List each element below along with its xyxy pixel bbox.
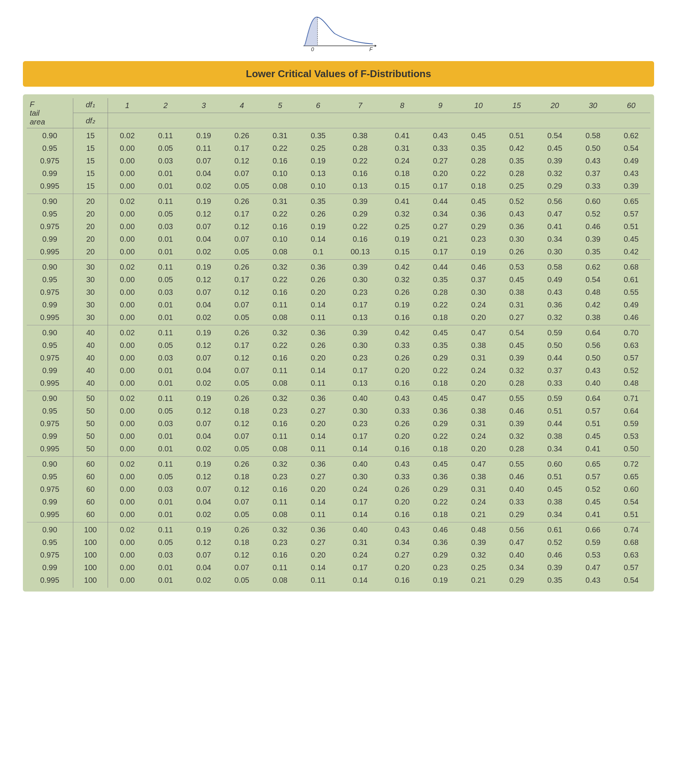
data-cell: 0.39: [574, 233, 612, 246]
data-cell: 0.59: [574, 536, 612, 549]
data-cell: 0.22: [421, 496, 459, 508]
f-value-cell: 0.995: [27, 574, 73, 588]
data-cell: 0.02: [185, 311, 223, 325]
data-cell: 0.16: [383, 311, 421, 325]
col-7: 7: [337, 98, 383, 113]
data-cell: 0.57: [574, 405, 612, 417]
data-cell: 0.18: [421, 508, 459, 522]
data-cell: 0.04: [185, 561, 223, 574]
data-cell: 0.11: [261, 430, 299, 443]
table-row: 0.90300.020.110.190.260.320.360.390.420.…: [27, 260, 650, 274]
data-cell: 0.05: [223, 377, 261, 391]
df2-cell: 60: [73, 496, 108, 508]
data-cell: 0.26: [223, 194, 261, 208]
data-cell: 0.38: [536, 496, 574, 508]
df2-header: df₂: [73, 113, 108, 128]
data-cell: 0.29: [536, 180, 574, 194]
df2-cell: 60: [73, 470, 108, 483]
f-value-cell: 0.995: [27, 311, 73, 325]
data-cell: 0.28: [498, 167, 536, 180]
data-cell: 0.54: [574, 273, 612, 286]
data-cell: 0.05: [147, 142, 185, 155]
data-cell: 0.39: [337, 194, 383, 208]
data-cell: 0.54: [498, 325, 536, 339]
data-cell: 0.56: [574, 339, 612, 352]
data-cell: 0.23: [337, 352, 383, 364]
data-cell: 0.29: [421, 549, 459, 561]
data-cell: 0.00: [108, 574, 147, 588]
f-distribution-table: F tail area df₁ 1 2 3 4 5 6 7 8 9 10 15 …: [27, 98, 650, 588]
data-cell: 0.30: [337, 339, 383, 352]
data-cell: 0.14: [299, 233, 337, 246]
data-cell: 0.15: [383, 180, 421, 194]
f-value-cell: 0.95: [27, 470, 73, 483]
table-row: 0.995200.000.010.020.050.080.100.130.150…: [27, 246, 650, 260]
data-cell: 0.01: [147, 180, 185, 194]
data-cell: 0.51: [536, 470, 574, 483]
data-cell: 0.38: [574, 311, 612, 325]
data-cell: 0.50: [574, 142, 612, 155]
data-cell: 0.55: [612, 286, 650, 299]
data-cell: 0.28: [337, 142, 383, 155]
data-cell: 0.34: [421, 208, 459, 220]
data-cell: 0.36: [299, 457, 337, 471]
data-cell: 0.49: [536, 273, 574, 286]
data-cell: 0.44: [421, 194, 459, 208]
data-cell: 0.14: [337, 443, 383, 457]
data-cell: 0.16: [261, 417, 299, 430]
data-cell: 0.43: [383, 522, 421, 537]
data-cell: 0.20: [459, 311, 498, 325]
col-9: 9: [421, 98, 459, 113]
data-cell: 0.16: [383, 574, 421, 588]
data-cell: 0.70: [612, 325, 650, 339]
data-cell: 0.39: [498, 352, 536, 364]
data-cell: 0.12: [223, 220, 261, 233]
data-cell: 00.13: [337, 246, 383, 260]
table-row: 0.9951000.000.010.020.050.080.110.140.16…: [27, 574, 650, 588]
data-cell: 0.52: [498, 194, 536, 208]
data-cell: 0.19: [185, 128, 223, 142]
data-cell: 0.05: [147, 208, 185, 220]
data-cell: 0.45: [459, 194, 498, 208]
data-cell: 0.15: [383, 246, 421, 260]
data-cell: 0.37: [459, 273, 498, 286]
f-tail-header: F tail area: [27, 98, 73, 128]
df2-cell: 50: [73, 443, 108, 457]
data-cell: 0.26: [383, 483, 421, 496]
data-cell: 0.00: [108, 180, 147, 194]
f-value-cell: 0.90: [27, 457, 73, 471]
data-cell: 0.46: [574, 220, 612, 233]
data-cell: 0.23: [337, 286, 383, 299]
data-cell: 0.41: [383, 194, 421, 208]
data-cell: 0.51: [612, 220, 650, 233]
f-value-cell: 0.95: [27, 339, 73, 352]
table-row: 0.95600.000.050.120.180.230.270.300.330.…: [27, 470, 650, 483]
data-cell: 0.22: [261, 208, 299, 220]
data-cell: 0.02: [108, 522, 147, 537]
data-cell: 0.26: [223, 260, 261, 274]
data-cell: 0.08: [261, 443, 299, 457]
data-cell: 0.18: [223, 536, 261, 549]
data-cell: 0.60: [612, 483, 650, 496]
data-cell: 0.08: [261, 180, 299, 194]
df2-cell: 100: [73, 536, 108, 549]
table-row: 0.90200.020.110.190.260.310.350.390.410.…: [27, 194, 650, 208]
data-cell: 0.11: [261, 496, 299, 508]
data-cell: 0.45: [421, 457, 459, 471]
data-cell: 0.00: [108, 246, 147, 260]
data-cell: 0.33: [383, 405, 421, 417]
f-value-cell: 0.975: [27, 155, 73, 167]
data-cell: 0.72: [612, 457, 650, 471]
f-value-cell: 0.99: [27, 233, 73, 246]
data-cell: 0.22: [261, 142, 299, 155]
data-cell: 0.20: [299, 549, 337, 561]
data-cell: 0.01: [147, 574, 185, 588]
data-cell: 0.03: [147, 352, 185, 364]
data-cell: 0.00: [108, 405, 147, 417]
data-cell: 0.05: [223, 180, 261, 194]
data-cell: 0.12: [223, 417, 261, 430]
data-cell: 0.07: [185, 286, 223, 299]
table-row: 0.995400.000.010.020.050.080.110.130.160…: [27, 377, 650, 391]
data-cell: 0.65: [612, 470, 650, 483]
data-cell: 0.02: [185, 246, 223, 260]
